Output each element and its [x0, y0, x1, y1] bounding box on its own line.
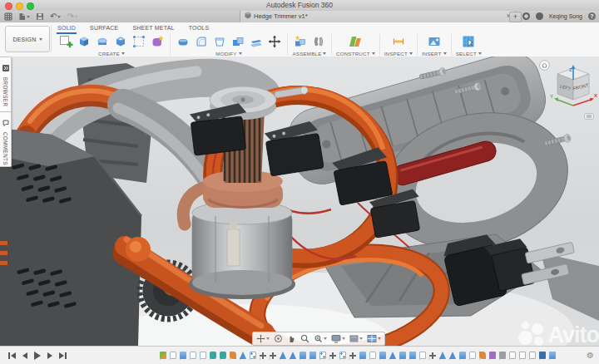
sketch-dimension-button[interactable] — [131, 33, 147, 50]
viewport[interactable]: BROWSER COMMENTS LEFT FRONT Z — [0, 57, 599, 346]
help-icon[interactable]: ? — [588, 12, 596, 20]
timeline-feature-tri[interactable] — [439, 352, 446, 359]
create-group-label[interactable]: CREATE — [98, 51, 125, 57]
timeline-feature-extrude[interactable] — [409, 352, 416, 359]
timeline-feature-plane[interactable] — [160, 352, 166, 359]
step-back-button[interactable] — [22, 352, 27, 359]
timeline-feature-extrude[interactable] — [359, 352, 366, 359]
joint-button[interactable] — [310, 33, 327, 50]
hole-button[interactable] — [112, 33, 129, 50]
timeline-feature-move[interactable] — [329, 352, 336, 359]
undo-icon[interactable]: ↶ — [50, 12, 61, 21]
timeline-feature-sketch[interactable] — [190, 352, 196, 359]
timeline-feature-extrude[interactable] — [309, 352, 316, 359]
timeline-feature-extrude[interactable] — [459, 352, 466, 359]
viewcube-menu-icon[interactable] — [584, 108, 594, 123]
timeline-feature-pattern[interactable] — [339, 352, 346, 359]
pan-orbit-icon[interactable] — [256, 334, 270, 343]
timeline-feature-tri[interactable] — [240, 352, 246, 359]
fillet-button[interactable] — [193, 33, 210, 50]
timeline-feature-teal[interactable] — [210, 352, 216, 359]
timeline-feature-extrude[interactable] — [399, 352, 406, 359]
display-settings-icon[interactable] — [331, 334, 345, 343]
document-tab[interactable]: Hedge Trimmer v1* × — [240, 11, 516, 22]
timeline-feature-doc[interactable] — [509, 352, 516, 359]
orbit-icon[interactable] — [274, 334, 283, 343]
create-form-button[interactable] — [149, 33, 166, 50]
play-button[interactable] — [34, 352, 41, 360]
group-modify: MODIFY — [171, 33, 287, 57]
workspace-selector[interactable]: DESIGN — [5, 26, 50, 52]
assemble-group-label[interactable]: ASSEMBLE — [293, 51, 327, 57]
zoom-icon[interactable] — [300, 334, 309, 343]
viewports-icon[interactable] — [367, 334, 381, 343]
select-group-label[interactable]: SELECT — [456, 51, 482, 57]
skip-to-start-button[interactable] — [8, 352, 16, 359]
insert-canvas-button[interactable] — [426, 33, 443, 50]
timeline-feature-move[interactable] — [349, 352, 356, 359]
grid-settings-icon[interactable] — [349, 334, 363, 343]
job-status-icon[interactable] — [536, 12, 543, 20]
timeline-feature-sketch[interactable] — [419, 352, 426, 359]
viewport-canvas[interactable] — [0, 57, 599, 346]
timeline-feature-doc[interactable] — [519, 352, 526, 359]
timeline-feature-sketch[interactable] — [170, 352, 176, 359]
timeline-feature-move[interactable] — [270, 352, 276, 359]
new-document-tab-button[interactable]: + — [509, 12, 522, 22]
measure-button[interactable] — [390, 33, 407, 50]
step-forward-button[interactable] — [47, 352, 52, 359]
save-icon[interactable] — [36, 12, 44, 21]
press-pull-button[interactable] — [175, 33, 191, 50]
fit-view-icon[interactable] — [314, 334, 327, 343]
timeline-feature-extrude[interactable] — [300, 352, 306, 359]
modify-group-label[interactable]: MODIFY — [215, 51, 241, 57]
timeline-feature-extrude[interactable] — [180, 352, 186, 359]
insert-group-label[interactable]: INSERT — [422, 51, 447, 57]
timeline-feature-extrude[interactable] — [379, 352, 386, 359]
timeline-feature-dark[interactable] — [539, 352, 546, 359]
extrude-button[interactable] — [76, 33, 92, 50]
user-name[interactable]: Keqing Song — [549, 13, 582, 19]
construct-plane-button[interactable] — [347, 33, 364, 50]
construct-group-label[interactable]: CONSTRUCT — [336, 51, 375, 57]
revolve-button[interactable] — [94, 33, 111, 50]
combine-button[interactable] — [230, 33, 246, 50]
comments-panel-tab[interactable]: COMMENTS — [0, 111, 12, 167]
skip-to-end-button[interactable] — [59, 352, 67, 359]
timeline-feature-doc[interactable] — [529, 352, 536, 359]
timeline-feature-sketch[interactable] — [469, 352, 476, 359]
timeline-feature-purple[interactable] — [489, 352, 496, 359]
chevron-down-icon — [57, 16, 61, 18]
timeline-feature-tri[interactable] — [389, 352, 396, 359]
timeline-feature-sketch[interactable] — [200, 352, 206, 359]
timeline-feature-pattern[interactable] — [319, 352, 326, 359]
shell-button[interactable] — [211, 33, 228, 50]
timeline-feature-sketch[interactable] — [369, 352, 376, 359]
select-button[interactable] — [460, 33, 477, 50]
timeline-feature-pattern[interactable] — [250, 352, 256, 359]
browser-panel-tab[interactable]: BROWSER — [0, 57, 12, 112]
move-copy-button[interactable] — [266, 33, 283, 50]
new-component-button[interactable] — [292, 33, 309, 50]
timeline-feature-extrude[interactable] — [549, 352, 556, 359]
pan-hand-icon[interactable] — [287, 334, 296, 343]
timeline-feature-tri[interactable] — [280, 352, 286, 359]
timeline-feature-move[interactable] — [429, 352, 436, 359]
timeline-feature-tri[interactable] — [449, 352, 456, 359]
extensions-icon[interactable] — [522, 12, 530, 20]
timeline-feature-gray[interactable] — [499, 352, 506, 359]
data-panel-icon[interactable] — [4, 12, 12, 21]
file-menu-icon[interactable] — [18, 12, 30, 21]
offset-face-button[interactable] — [248, 33, 265, 50]
timeline-feature-tri[interactable] — [290, 352, 296, 359]
timeline-feature-loft[interactable] — [479, 352, 486, 359]
timeline-feature-move[interactable] — [260, 352, 266, 359]
timeline-feature-loft[interactable] — [230, 352, 236, 359]
timeline-settings-gear-icon[interactable]: ⚙ — [587, 352, 594, 360]
inspect-group-label[interactable]: INSPECT — [384, 51, 413, 57]
viewcube[interactable]: LEFT FRONT Z Y X — [549, 65, 597, 115]
create-sketch-button[interactable] — [57, 33, 74, 50]
redo-icon[interactable]: ↷ — [67, 12, 77, 21]
ribbon: DESIGN SOLID SURFACE SHEET METAL TOOLS — [0, 22, 599, 57]
timeline-feature-teal[interactable] — [220, 352, 226, 359]
